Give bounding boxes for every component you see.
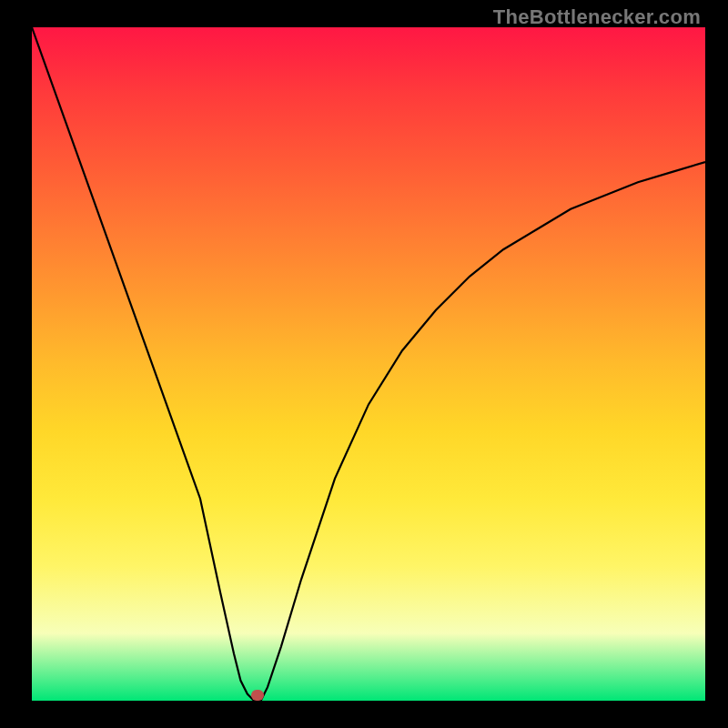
attribution-text: TheBottlenecker.com	[493, 5, 701, 29]
bottleneck-curve	[32, 27, 705, 701]
optimal-point-marker	[251, 690, 264, 701]
chart-container: TheBottlenecker.com	[0, 0, 728, 728]
plot-area	[32, 27, 705, 701]
